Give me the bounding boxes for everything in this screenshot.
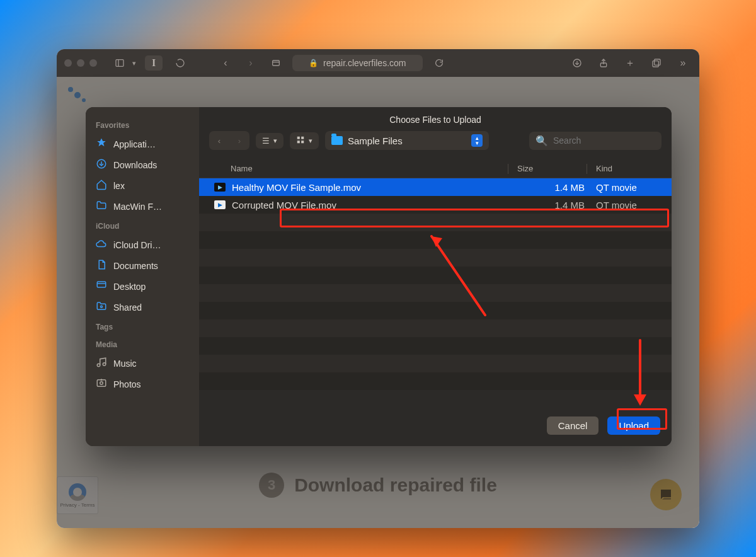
app-icon: [96, 137, 107, 151]
finder-main: Choose Files to Upload ‹ › ☰▾ ▾ Sample F…: [199, 107, 672, 446]
file-row[interactable]: ▶Corrupted MOV File.mov1.4 MBQT movie: [199, 196, 672, 214]
nav-back-button[interactable]: ‹: [209, 131, 229, 150]
nav-forward-button[interactable]: ›: [229, 131, 249, 150]
svg-rect-11: [97, 282, 106, 287]
zoom-dot[interactable]: [89, 59, 97, 67]
desktop-icon: [96, 280, 107, 293]
chevron-down-icon: ▾: [309, 137, 312, 145]
file-chooser-dialog: FavoritesApplicati…DownloadslexMacWin F……: [86, 107, 672, 446]
empty-row: [199, 249, 672, 267]
svg-point-14: [97, 364, 100, 367]
lock-icon: 🔒: [309, 59, 318, 67]
back-button[interactable]: ‹: [217, 55, 234, 71]
dialog-footer: Cancel Upload: [199, 408, 672, 446]
sidebar-item[interactable]: Music: [86, 353, 199, 374]
sidebar-toggle-icon[interactable]: [111, 55, 129, 71]
sidebar-item[interactable]: Desktop: [86, 276, 199, 297]
finder-sidebar: FavoritesApplicati…DownloadslexMacWin F……: [86, 107, 199, 446]
sidebar-item-label: Shared: [113, 302, 142, 313]
overflow-icon[interactable]: »: [674, 55, 692, 71]
doc-icon: [96, 259, 107, 272]
empty-row: [199, 302, 672, 319]
tabs-icon[interactable]: [648, 55, 665, 71]
reload-icon[interactable]: [430, 55, 448, 71]
search-icon: 🔍: [536, 135, 548, 147]
download-icon: [96, 158, 107, 171]
upload-button[interactable]: Upload: [607, 416, 660, 435]
sidebar-item[interactable]: Photos: [86, 374, 199, 394]
music-icon: [96, 357, 107, 370]
empty-row: [199, 319, 672, 337]
svg-rect-20: [301, 136, 304, 139]
grid-icon: [296, 135, 305, 146]
folder-icon: [96, 200, 107, 213]
sidebar-item[interactable]: iCloud Dri…: [86, 234, 199, 255]
dialog-title: Choose Files to Upload: [199, 107, 672, 131]
column-kind[interactable]: Kind: [596, 164, 672, 174]
privacy-report-icon[interactable]: [267, 55, 285, 71]
file-type-icon: ▶: [214, 200, 226, 209]
empty-row: [199, 214, 672, 231]
sidebar-item-label: Music: [113, 359, 137, 369]
url-host: repair.cleverfiles.com: [323, 58, 406, 68]
column-size[interactable]: Size: [517, 164, 587, 174]
sidebar-item[interactable]: Downloads: [86, 154, 199, 175]
sidebar-section-header: Media: [86, 335, 199, 353]
file-type-icon: ▶: [214, 183, 226, 192]
new-tab-icon[interactable]: ＋: [621, 55, 639, 71]
sidebar-item-label: iCloud Dri…: [113, 240, 161, 250]
sidebar-item-label: Applicati…: [113, 139, 156, 149]
reader-icon[interactable]: I: [145, 55, 163, 71]
up-down-icon: ▴▾: [471, 134, 483, 147]
svg-rect-21: [297, 141, 300, 143]
folder-icon: [331, 136, 343, 145]
location-label: Sample Files: [348, 135, 403, 146]
empty-row: [199, 284, 672, 302]
file-kind: QT movie: [596, 200, 672, 210]
search-field[interactable]: 🔍: [529, 132, 662, 150]
sidebar-item-label: Downloads: [113, 160, 157, 170]
sidebar-item[interactable]: Documents: [86, 255, 199, 276]
svg-point-17: [100, 382, 103, 385]
file-kind: QT movie: [596, 182, 672, 193]
list-view-icon: ☰: [262, 136, 270, 146]
empty-row: [199, 231, 672, 249]
view-mode-selector[interactable]: ☰▾: [256, 133, 284, 149]
sidebar-item[interactable]: Applicati…: [86, 134, 199, 154]
column-name[interactable]: Name: [231, 164, 508, 174]
downloads-icon[interactable]: [568, 55, 586, 71]
sidebar-item[interactable]: lex: [86, 175, 199, 196]
share-icon[interactable]: [595, 55, 612, 71]
refresh-alt-icon[interactable]: [171, 55, 189, 71]
chevron-down-icon[interactable]: ▾: [132, 59, 136, 67]
sidebar-item[interactable]: MacWin F…: [86, 196, 199, 217]
sidebar-section-header: Tags: [86, 318, 199, 335]
sidebar-item[interactable]: Shared: [86, 297, 199, 318]
address-bar[interactable]: 🔒 repair.cleverfiles.com: [292, 55, 423, 71]
file-row[interactable]: ▶Healthy MOV File Sample.mov1.4 MBQT mov…: [199, 178, 672, 196]
group-by-selector[interactable]: ▾: [290, 132, 319, 149]
sidebar-item-label: Documents: [113, 261, 158, 271]
column-headers[interactable]: Name Size Kind: [199, 158, 672, 178]
sidebar-section-header: Favorites: [86, 116, 199, 134]
svg-rect-0: [116, 60, 123, 67]
file-list[interactable]: ▶Healthy MOV File Sample.mov1.4 MBQT mov…: [199, 178, 672, 408]
finder-toolbar: ‹ › ☰▾ ▾ Sample Files ▴▾ 🔍: [199, 131, 672, 158]
home-icon: [96, 179, 107, 192]
browser-titlebar: ▾ I ‹ › 🔒 repair.cleverfiles.com: [57, 49, 699, 77]
window-controls[interactable]: [64, 59, 97, 67]
empty-row: [199, 372, 672, 390]
svg-rect-8: [653, 61, 658, 67]
file-name: Corrupted MOV File.mov: [232, 200, 527, 210]
minimize-dot[interactable]: [77, 59, 84, 67]
location-selector[interactable]: Sample Files ▴▾: [325, 131, 489, 150]
sidebar-item-label: Desktop: [113, 282, 146, 292]
search-input[interactable]: [553, 135, 655, 146]
close-dot[interactable]: [64, 59, 72, 67]
sidebar-item-label: MacWin F…: [113, 202, 162, 212]
photos-icon: [96, 377, 107, 391]
svg-rect-16: [97, 380, 106, 387]
cancel-button[interactable]: Cancel: [547, 416, 599, 435]
svg-point-18: [101, 379, 102, 381]
forward-button[interactable]: ›: [242, 55, 260, 71]
